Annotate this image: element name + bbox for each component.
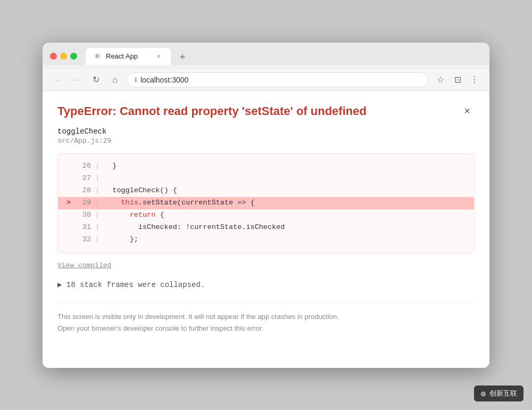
browser-window: ⚛ React App × + ← → ↻ ⌂ ℹ localhost:3000… xyxy=(43,43,489,368)
url-info-icon: ℹ xyxy=(135,76,137,84)
tabs: ⚛ React App × + xyxy=(86,48,482,65)
watermark: ⊛ 创新互联 xyxy=(474,386,523,401)
url-text: localhost:3000 xyxy=(140,76,188,84)
address-bar-actions: ☆ ⊡ ⋮ xyxy=(433,72,482,87)
active-tab[interactable]: ⚛ React App × xyxy=(86,48,171,65)
view-compiled-link[interactable]: View compiled xyxy=(57,261,475,269)
forward-button[interactable]: → xyxy=(69,72,84,87)
error-location: toggleCheck src/App.js:29 xyxy=(57,127,475,145)
code-line-32: 32 | }; xyxy=(66,234,466,246)
tab-title: React App xyxy=(106,52,149,60)
home-button[interactable]: ⌂ xyxy=(107,72,122,87)
error-file: src/App.js:29 xyxy=(57,137,475,145)
new-tab-button[interactable]: + xyxy=(175,50,190,65)
error-function-name: toggleCheck xyxy=(57,127,475,136)
error-title: TypeError: Cannot read property 'setStat… xyxy=(57,104,453,119)
title-bar: ⚛ React App × + xyxy=(43,43,489,65)
error-header: TypeError: Cannot read property 'setStat… xyxy=(57,104,475,119)
back-button[interactable]: ← xyxy=(50,72,65,87)
code-block: 26 | } 27 | 28 | toggleCheck() { > 29 | xyxy=(57,153,475,253)
watermark-text: 创新互联 xyxy=(489,389,517,398)
footer-line-1: This screen is visible only in developme… xyxy=(57,311,475,323)
code-line-27: 27 | xyxy=(66,173,466,185)
address-bar: ← → ↻ ⌂ ℹ localhost:3000 ☆ ⊡ ⋮ xyxy=(43,69,489,91)
error-close-button[interactable]: × xyxy=(460,104,475,119)
code-line-26: 26 | } xyxy=(66,160,466,173)
code-line-29-highlighted: > 29 | this.setState(currentState => { xyxy=(58,197,474,209)
stack-frames-toggle[interactable]: ▶ 18 stack frames were collapsed. xyxy=(57,280,475,289)
traffic-light-close[interactable] xyxy=(50,53,57,60)
menu-button[interactable]: ⋮ xyxy=(467,72,482,87)
tab-close-button[interactable]: × xyxy=(154,52,163,61)
footer-note: This screen is visible only in developme… xyxy=(57,302,475,334)
tab-favicon: ⚛ xyxy=(93,52,102,61)
traffic-lights xyxy=(50,53,77,60)
code-line-31: 31 | isChecked: !currentState.isChecked xyxy=(66,222,466,234)
footer-line-2: Open your browser's developer console to… xyxy=(57,323,475,334)
bookmark-button[interactable]: ☆ xyxy=(433,72,448,87)
code-line-30: 30 | return { xyxy=(66,209,466,222)
code-line-28: 28 | toggleCheck() { xyxy=(66,185,466,197)
cast-button[interactable]: ⊡ xyxy=(450,72,465,87)
reload-button[interactable]: ↻ xyxy=(88,72,103,87)
traffic-light-fullscreen[interactable] xyxy=(70,53,77,60)
watermark-logo: ⊛ xyxy=(480,390,486,398)
title-bar-top: ⚛ React App × + xyxy=(50,48,482,65)
url-bar[interactable]: ℹ localhost:3000 xyxy=(127,72,429,87)
page-content: TypeError: Cannot read property 'setStat… xyxy=(43,91,489,368)
traffic-light-minimize[interactable] xyxy=(60,53,67,60)
